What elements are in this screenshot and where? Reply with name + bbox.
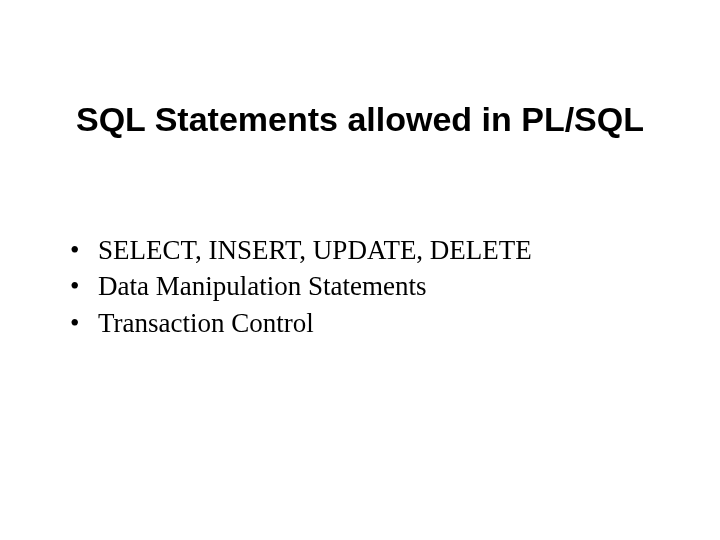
list-item: SELECT, INSERT, UPDATE, DELETE <box>64 232 656 268</box>
slide-title: SQL Statements allowed in PL/SQL <box>0 100 720 139</box>
list-item: Transaction Control <box>64 305 656 341</box>
list-item: Data Manipulation Statements <box>64 268 656 304</box>
slide-body: SELECT, INSERT, UPDATE, DELETE Data Mani… <box>64 232 656 341</box>
slide: SQL Statements allowed in PL/SQL SELECT,… <box>0 0 720 540</box>
bullet-list: SELECT, INSERT, UPDATE, DELETE Data Mani… <box>64 232 656 341</box>
